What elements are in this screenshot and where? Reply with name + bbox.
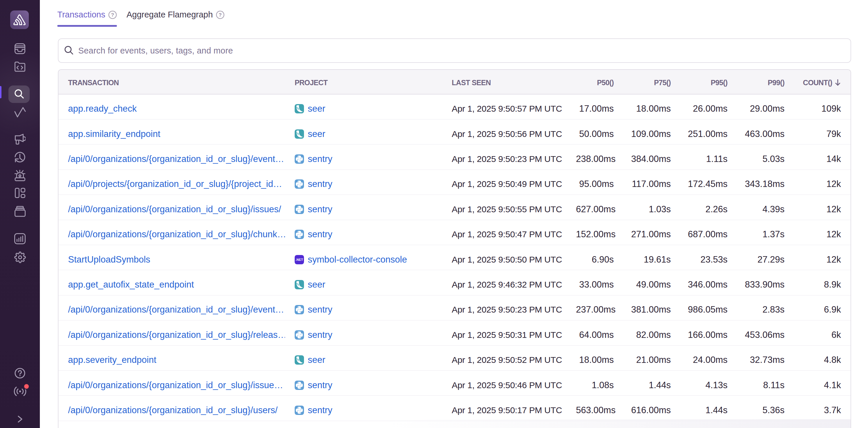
svg-text:?: ? (218, 12, 221, 18)
svg-text:?: ? (111, 12, 114, 18)
